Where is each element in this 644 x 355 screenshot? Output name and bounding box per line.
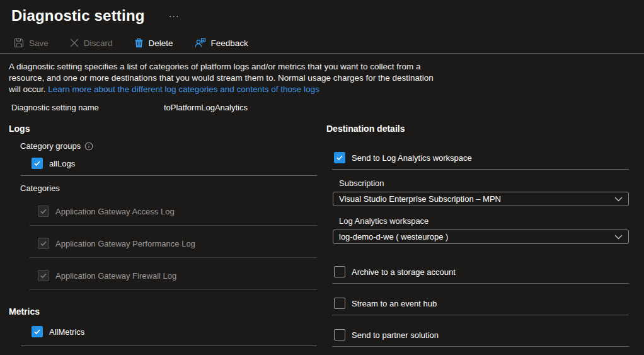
partner-solution-label: Send to partner solution <box>352 330 439 340</box>
performance-log-checkbox <box>38 238 49 249</box>
category-groups-row: Category groups <box>20 141 317 151</box>
divider <box>21 346 317 346</box>
save-icon <box>14 38 24 48</box>
alllogs-row[interactable]: allLogs <box>32 157 317 170</box>
allmetrics-label: AllMetrics <box>49 327 84 337</box>
logs-column: Logs Category groups allLogs Cat <box>9 124 317 347</box>
divider <box>30 225 317 226</box>
destination-details-heading: Destination details <box>326 124 629 134</box>
subscription-value: Visual Studio Enterprise Subscription – … <box>339 194 501 204</box>
divider <box>332 283 629 284</box>
divider <box>332 346 629 347</box>
category-row-access-log: Application Gateway Access Log <box>38 205 317 218</box>
subscription-dropdown[interactable]: Visual Studio Enterprise Subscription – … <box>333 192 629 206</box>
firewall-log-label: Application Gateway Firewall Log <box>55 271 176 281</box>
page-header: Diagnostic setting ··· <box>0 0 644 25</box>
info-icon[interactable] <box>84 142 93 151</box>
feedback-label: Feedback <box>211 38 248 48</box>
divider <box>30 289 317 290</box>
learn-more-link[interactable]: Learn more about the different log categ… <box>48 84 319 94</box>
metrics-heading: Metrics <box>9 306 317 317</box>
diagnostic-setting-page: Diagnostic setting ··· Save <box>0 0 644 355</box>
archive-storage-checkbox[interactable] <box>334 266 345 277</box>
delete-button[interactable]: Delete <box>134 38 173 48</box>
save-label: Save <box>29 38 49 48</box>
categories-label: Categories <box>20 183 317 194</box>
chevron-down-icon <box>614 197 623 202</box>
feedback-button[interactable]: Feedback <box>195 38 248 48</box>
alllogs-checkbox[interactable] <box>32 158 43 169</box>
divider <box>332 315 629 315</box>
trash-icon <box>134 38 144 48</box>
workspace-dropdown[interactable]: log-demo-d-we ( westeurope ) <box>333 230 629 244</box>
description: A diagnostic setting specifies a list of… <box>9 61 442 95</box>
category-row-firewall-log: Application Gateway Firewall Log <box>38 269 317 282</box>
performance-log-label: Application Gateway Performance Log <box>55 239 195 248</box>
toolbar-container: Save Discard <box>0 25 644 54</box>
chevron-down-icon <box>614 235 623 240</box>
check-icon <box>33 160 41 167</box>
category-groups-label: Category groups <box>20 141 81 151</box>
subscription-label: Subscription <box>339 178 629 189</box>
allmetrics-checkbox[interactable] <box>32 326 43 337</box>
page-title: Diagnostic setting <box>11 6 145 25</box>
partner-solution-checkbox[interactable] <box>334 329 345 340</box>
access-log-checkbox <box>38 206 49 217</box>
partner-solution-row[interactable]: Send to partner solution <box>334 329 629 341</box>
toolbar: Save Discard <box>14 38 644 48</box>
diagnostic-setting-name-label: Diagnostic setting name <box>11 103 164 112</box>
check-icon <box>336 154 343 161</box>
allmetrics-row[interactable]: AllMetrics <box>32 325 317 338</box>
check-icon <box>40 272 47 279</box>
check-icon <box>33 328 41 335</box>
feedback-icon <box>195 38 206 48</box>
category-row-performance-log: Application Gateway Performance Log <box>38 237 317 250</box>
delete-label: Delete <box>149 38 173 48</box>
context-menu-button[interactable]: ··· <box>166 11 182 20</box>
divider <box>30 257 317 258</box>
discard-label: Discard <box>84 38 113 48</box>
diagnostic-setting-name-value: toPlatformLogAnalytics <box>164 103 248 112</box>
check-icon <box>40 207 47 215</box>
discard-icon <box>70 38 79 47</box>
workspace-label: Log Analytics workspace <box>339 216 629 226</box>
archive-storage-label: Archive to a storage account <box>352 267 456 277</box>
discard-button[interactable]: Discard <box>70 38 113 48</box>
event-hub-row[interactable]: Stream to an event hub <box>334 297 629 310</box>
send-to-law-row[interactable]: Send to Log Analytics workspace <box>334 151 629 164</box>
check-icon <box>40 240 47 247</box>
event-hub-checkbox[interactable] <box>334 298 345 309</box>
access-log-label: Application Gateway Access Log <box>55 207 175 216</box>
send-to-law-checkbox[interactable] <box>334 152 345 163</box>
divider <box>21 175 317 176</box>
divider <box>332 169 629 170</box>
destination-column: Destination details Send to Log Analytic… <box>326 124 629 347</box>
alllogs-label: allLogs <box>49 159 75 168</box>
archive-storage-row[interactable]: Archive to a storage account <box>334 265 629 278</box>
workspace-value: log-demo-d-we ( westeurope ) <box>339 232 448 242</box>
logs-heading: Logs <box>9 124 317 134</box>
firewall-log-checkbox <box>38 270 49 281</box>
diagnostic-setting-name-row: Diagnostic setting name toPlatformLogAna… <box>11 103 644 112</box>
event-hub-label: Stream to an event hub <box>352 299 437 308</box>
content-columns: Logs Category groups allLogs Cat <box>9 124 644 347</box>
send-to-law-label: Send to Log Analytics workspace <box>352 153 472 163</box>
save-button[interactable]: Save <box>14 38 49 48</box>
